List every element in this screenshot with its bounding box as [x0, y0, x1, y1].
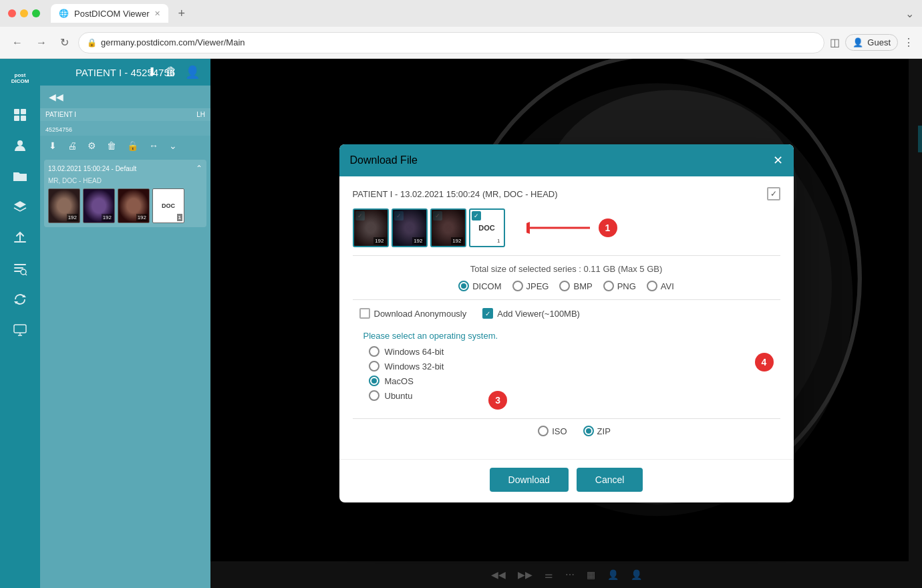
profile-button[interactable]: 👤 Guest	[845, 34, 898, 51]
collapse-left-icon[interactable]: ◀◀	[45, 90, 67, 104]
jpeg-label: JPEG	[526, 281, 549, 291]
series-expand-icon[interactable]: ⌃	[196, 164, 202, 173]
profile-label: Guest	[867, 37, 891, 47]
account-icon[interactable]: 👤	[185, 65, 200, 80]
package-zip[interactable]: ZIP	[583, 426, 611, 436]
dicom-radio[interactable]	[458, 281, 469, 291]
delete-tool-icon[interactable]: 🗑	[104, 138, 120, 153]
series-list: 13.02.2021 15:00:24 - Default ⌃ MR, DOC …	[40, 156, 210, 588]
address-bar[interactable]: 🔒 germany.postdicom.com/Viewer/Main	[78, 32, 824, 53]
patient-checkbox[interactable]: ✓	[767, 187, 780, 200]
modal-thumb-4[interactable]: ✓ DOC 1	[469, 208, 505, 247]
thumb-check-4: ✓	[472, 211, 481, 220]
thumb-label-3: 192	[136, 214, 148, 221]
cancel-button[interactable]: Cancel	[577, 468, 643, 492]
download-icon[interactable]: ⬇	[147, 65, 157, 80]
ubuntu-radio[interactable]	[369, 390, 379, 401]
settings-tool-icon[interactable]: ⚙	[84, 138, 100, 153]
print-tool-icon[interactable]: 🖨	[64, 138, 80, 153]
thumbnail-2[interactable]: 192	[83, 188, 115, 223]
logo-text: postDICOM	[11, 73, 29, 85]
format-jpeg[interactable]: JPEG	[512, 281, 549, 291]
secure-icon: 🔒	[87, 38, 97, 47]
download-button[interactable]: Download	[490, 468, 569, 492]
reload-button[interactable]: ↻	[56, 33, 73, 51]
png-radio[interactable]	[603, 281, 614, 291]
thumbnail-3[interactable]: 192	[118, 188, 150, 223]
thumbnail-4[interactable]: DOC 1	[152, 188, 184, 223]
modal-thumb-3[interactable]: ✓ 192	[430, 208, 466, 247]
avi-radio[interactable]	[647, 281, 657, 291]
trash-icon[interactable]: 🗑	[165, 65, 177, 80]
iso-radio[interactable]	[538, 426, 549, 436]
browser-menu-icon[interactable]: ⌄	[905, 7, 914, 20]
zip-label: ZIP	[597, 426, 611, 436]
iso-label: ISO	[552, 426, 567, 436]
new-tab-button[interactable]: +	[178, 7, 185, 21]
format-avi[interactable]: AVI	[647, 281, 674, 291]
macos-radio[interactable]	[369, 376, 379, 386]
format-png[interactable]: PNG	[603, 281, 636, 291]
sidebar-item-monitor[interactable]	[7, 317, 33, 343]
back-button[interactable]: ←	[8, 34, 27, 51]
forward-button[interactable]: →	[32, 34, 51, 51]
sidebar-item-upload[interactable]	[7, 225, 33, 251]
sidebar-item-person[interactable]	[7, 132, 33, 159]
zip-radio[interactable]	[583, 426, 594, 436]
svg-rect-12	[14, 325, 26, 333]
sidebar-item-tools[interactable]	[7, 102, 33, 128]
series-selection-row: ✓ 192 ✓ 192	[353, 208, 780, 247]
patient-label: PATIENT I - 13.02.2021 15:00:24 (MR, DOC…	[353, 189, 558, 199]
options-row: Download Anonymously Add Viewer(~100MB)	[353, 308, 780, 319]
svg-rect-2	[14, 116, 19, 121]
lock-tool-icon[interactable]: 🔒	[124, 138, 142, 153]
jpeg-radio[interactable]	[512, 281, 523, 291]
sidebar: postDICOM	[0, 59, 40, 588]
viewer-option[interactable]: Add Viewer(~100MB)	[482, 308, 580, 319]
tab-title: PostDICOM Viewer	[74, 9, 149, 19]
png-label: PNG	[617, 281, 636, 291]
anon-checkbox[interactable]	[359, 308, 370, 319]
header-right: ⬇ 🗑 👤	[147, 65, 200, 80]
format-dicom[interactable]: DICOM	[458, 281, 501, 291]
download-tool-icon[interactable]: ⬇	[45, 138, 60, 153]
browser-tab[interactable]: 🌐 PostDICOM Viewer ✕	[51, 4, 168, 23]
os-ubuntu[interactable]: Ubuntu	[369, 390, 770, 401]
panel-toolbar: ◀◀	[40, 86, 210, 108]
anon-option[interactable]: Download Anonymously	[359, 308, 467, 319]
minimize-button[interactable]	[20, 9, 28, 17]
sidebar-item-folder[interactable]	[7, 163, 33, 190]
viewer-checkbox[interactable]	[482, 308, 493, 319]
close-button[interactable]	[8, 9, 16, 17]
thumb-doc-text: DOC	[478, 224, 494, 232]
modal-thumb-2[interactable]: ✓ 192	[392, 208, 428, 247]
sidebar-item-search[interactable]	[7, 255, 33, 282]
download-modal: Download File ✕ PATIENT I - 13.02.2021 1…	[339, 144, 794, 502]
sidebar-item-sync[interactable]	[7, 286, 33, 313]
annotation-4: 4	[755, 353, 774, 372]
sidebar-item-layers[interactable]	[7, 194, 33, 220]
bmp-radio[interactable]	[559, 281, 570, 291]
share-tool-icon[interactable]: ↔	[146, 138, 162, 153]
svg-rect-6	[14, 267, 23, 269]
os-macos[interactable]: MacOS	[369, 376, 770, 386]
thumbnail-1[interactable]: 192	[48, 188, 80, 223]
browser-options-icon[interactable]: ⋮	[903, 36, 914, 49]
thumb-label-1: 192	[67, 214, 78, 221]
left-panel: PATIENT I - 45254756 ⬇ 🗑 👤 ◀◀ PATIENT I …	[40, 59, 210, 588]
tab-close-icon[interactable]: ✕	[154, 9, 160, 18]
sub-toolbar: ⬇ 🖨 ⚙ 🗑 🔒 ↔ ⌄	[40, 136, 210, 156]
expand-tool-icon[interactable]: ⌄	[166, 138, 180, 153]
split-view-icon[interactable]: ◫	[830, 36, 840, 49]
modal-close-button[interactable]: ✕	[773, 153, 783, 168]
app-header: PATIENT I - 45254756 ⬇ 🗑 👤	[40, 59, 210, 86]
series-date: 13.02.2021 15:00:24 - Default	[48, 165, 136, 172]
panel-side: LH	[196, 111, 205, 118]
modal-thumb-1[interactable]: ✓ 192	[353, 208, 389, 247]
series-header: 13.02.2021 15:00:24 - Default ⌃	[48, 164, 202, 173]
series-item[interactable]: 13.02.2021 15:00:24 - Default ⌃ MR, DOC …	[44, 160, 206, 227]
format-bmp[interactable]: BMP	[559, 281, 592, 291]
browser-toolbar: ← → ↻ 🔒 germany.postdicom.com/Viewer/Mai…	[0, 27, 922, 59]
package-iso[interactable]: ISO	[538, 426, 567, 436]
maximize-button[interactable]	[32, 9, 40, 17]
